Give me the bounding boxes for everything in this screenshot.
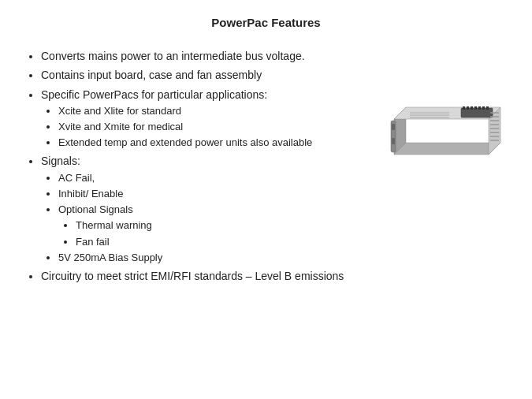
list-item: Extended temp and extended power units a…: [58, 136, 370, 150]
powerpac-device-image: [386, 95, 508, 178]
list-item: Specific PowerPacs for particular applic…: [41, 87, 370, 151]
list-item: Circuitry to meet strict EMI/RFI standar…: [41, 268, 370, 284]
list-item: Converts mains power to an intermediate …: [41, 48, 370, 64]
main-list: Converts mains power to an intermediate …: [24, 48, 370, 284]
svg-rect-10: [482, 106, 485, 110]
list-item: Signals: AC Fail, Inhibit/ Enable Option…: [41, 153, 370, 264]
device-image-container: [386, 95, 508, 178]
list-item: AC Fail,: [58, 171, 370, 185]
svg-marker-0: [394, 143, 500, 155]
page-container: PowerPac Features Converts mains power t…: [0, 0, 532, 399]
list-item: Thermal warning: [76, 218, 370, 233]
list-item: Xcite and Xlite for standard: [58, 104, 370, 118]
svg-rect-9: [478, 106, 481, 110]
bullet-list: Converts mains power to an intermediate …: [24, 48, 386, 287]
list-item: Inhibit/ Enable: [58, 187, 370, 201]
page-title: PowerPac Features: [24, 16, 508, 29]
svg-rect-8: [474, 106, 477, 110]
svg-rect-25: [392, 138, 395, 144]
content-area: Converts mains power to an intermediate …: [24, 48, 508, 287]
svg-rect-11: [486, 106, 489, 110]
optional-signals-list: Thermal warning Fan fail: [58, 218, 370, 248]
svg-rect-7: [471, 106, 473, 110]
list-item: Fan fail: [76, 235, 370, 249]
list-item: Contains input board, case and fan assem…: [41, 67, 370, 83]
svg-rect-6: [467, 106, 469, 110]
optional-signals-item: Optional Signals Thermal warning Fan fai…: [58, 203, 370, 249]
list-item: Xvite and Xmite for medical: [58, 120, 370, 134]
svg-rect-24: [392, 124, 395, 130]
sub-list: Xcite and Xlite for standard Xvite and X…: [41, 104, 370, 151]
list-item: 5V 250mA Bias Supply: [58, 251, 370, 265]
svg-rect-5: [463, 106, 465, 110]
signals-sub-list: AC Fail, Inhibit/ Enable Optional Signal…: [41, 171, 370, 265]
